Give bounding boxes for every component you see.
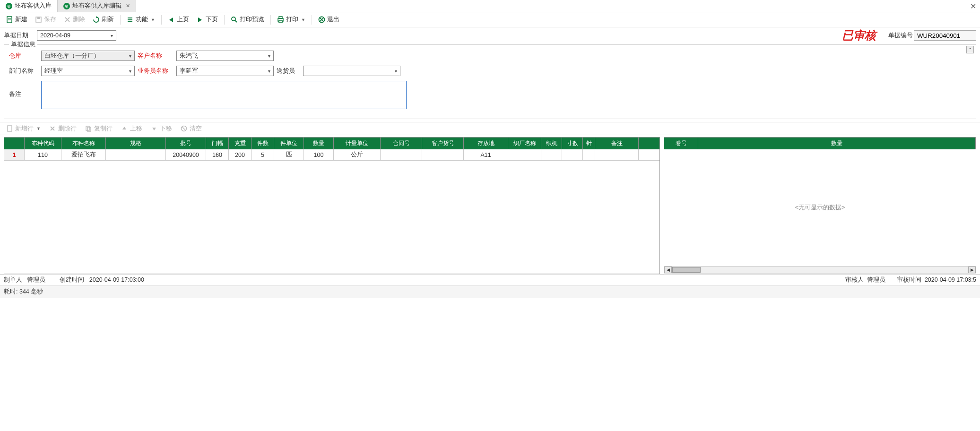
close-icon[interactable]: ✕ (126, 3, 130, 9)
triangle-left-icon (168, 16, 175, 23)
tab-bar: ⊕ 坯布客供入库 ⊕ 坯布客供入库编辑 ✕ ✕ (0, 0, 980, 12)
col-fabric-code[interactable]: 布种代码 (25, 138, 61, 149)
tab-list-view[interactable]: ⊕ 坯布客供入库 (0, 0, 58, 12)
create-time-label: 创建时间 (60, 276, 84, 283)
cell[interactable]: 110 (25, 149, 61, 160)
timing-text: 耗时: 344 毫秒 (0, 285, 980, 298)
cell[interactable]: 100 (304, 149, 334, 160)
warehouse-label: 仓库 (9, 52, 38, 60)
svg-marker-26 (122, 127, 126, 129)
creator-label: 制单人 (4, 276, 22, 283)
approved-stamp: 已审核 (842, 28, 876, 43)
col-roll-no[interactable]: 卷号 (664, 138, 698, 149)
save-icon (35, 16, 42, 23)
tab-edit-view[interactable]: ⊕ 坯布客供入库编辑 ✕ (58, 0, 136, 12)
svg-marker-27 (152, 128, 156, 130)
salesman-label: 业务员名称 (138, 67, 173, 75)
main-toolbar: 新建 保存 删除 刷新 功能 ▼ 上页 下页 打印预览 打印 ▼ 退出 (0, 12, 980, 27)
cell[interactable] (541, 149, 562, 160)
cell[interactable]: 匹 (274, 149, 304, 160)
customer-select[interactable]: 朱鸿飞 ▾ (176, 51, 274, 61)
refresh-button[interactable]: 刷新 (89, 14, 117, 25)
prev-page-button[interactable]: 上页 (165, 14, 192, 25)
collapse-button[interactable]: ⌃ (966, 46, 974, 53)
cell[interactable]: 200 (229, 149, 252, 160)
move-up-button: 上移 (118, 123, 146, 134)
cell[interactable]: 爱招飞布 (61, 149, 106, 160)
col-spec[interactable]: 规格 (106, 138, 166, 149)
cell[interactable] (508, 149, 541, 160)
exit-button[interactable]: 退出 (315, 14, 343, 25)
svg-point-13 (232, 17, 235, 21)
copy-icon (85, 125, 92, 132)
next-page-button[interactable]: 下页 (193, 14, 221, 25)
cell[interactable]: 公斤 (334, 149, 381, 160)
col-customer-item[interactable]: 客户货号 (422, 138, 464, 149)
col-unit[interactable]: 计量单位 (334, 138, 381, 149)
col-weight[interactable]: 克重 (229, 138, 252, 149)
grid-header: 卷号 数量 (664, 138, 976, 149)
print-preview-button[interactable]: 打印预览 (227, 14, 268, 25)
grid-body[interactable]: 1 110 爱招飞布 20040900 160 200 5 匹 100 公斤 A… (4, 149, 659, 274)
row-number: 1 (4, 149, 25, 160)
scroll-right-icon[interactable]: ▶ (968, 267, 976, 273)
side-grid[interactable]: 卷号 数量 <无可显示的数据> ◀ ▶ (664, 137, 976, 274)
col-fabric-name[interactable]: 布种名称 (61, 138, 106, 149)
cell[interactable] (381, 149, 422, 160)
cell[interactable] (595, 149, 639, 160)
chevron-down-icon: ▾ (129, 69, 131, 74)
main-grid[interactable]: 布种代码 布种名称 规格 批号 门幅 克重 件数 件单位 数量 计量单位 合同号… (4, 137, 660, 274)
cell[interactable] (106, 149, 166, 160)
doc-no-input[interactable] (914, 30, 976, 41)
col-rownum (4, 138, 25, 149)
new-icon (6, 16, 13, 23)
close-all-icon[interactable]: ✕ (970, 2, 976, 11)
col-width[interactable]: 门幅 (206, 138, 229, 149)
deliverer-select[interactable]: ▾ (303, 66, 400, 76)
warehouse-select[interactable]: 白坯仓库（一分厂） ▾ (41, 51, 135, 61)
scroll-left-icon[interactable]: ◀ (664, 267, 672, 273)
doc-no-label: 单据编号 (888, 32, 913, 40)
scroll-thumb[interactable] (672, 267, 701, 273)
chevron-down-icon: ▾ (129, 53, 131, 59)
col-needle[interactable]: 针 (583, 138, 595, 149)
dept-select[interactable]: 经理室 ▾ (41, 66, 135, 76)
auditor-value: 管理员 (867, 276, 885, 283)
col-piece-unit[interactable]: 件单位 (274, 138, 304, 149)
remark-textarea[interactable] (41, 81, 407, 109)
delete-icon (49, 125, 56, 132)
col-qty[interactable]: 数量 (304, 138, 334, 149)
status-bar: 制单人 管理员 创建时间 2020-04-09 17:03:00 审核人 管理员… (0, 274, 980, 285)
cell[interactable]: 20040900 (166, 149, 206, 160)
col-factory[interactable]: 织厂名称 (508, 138, 541, 149)
col-qty[interactable]: 数量 (698, 138, 976, 149)
print-button[interactable]: 打印 ▼ (274, 14, 309, 25)
table-row[interactable]: 1 110 爱招飞布 20040900 160 200 5 匹 100 公斤 A… (4, 149, 659, 161)
chevron-down-icon: ▼ (36, 126, 41, 131)
cell[interactable] (562, 149, 583, 160)
col-remark[interactable]: 备注 (595, 138, 639, 149)
search-icon (231, 16, 238, 23)
save-button: 保存 (32, 14, 60, 25)
svg-marker-12 (198, 17, 202, 22)
cell[interactable]: 5 (252, 149, 274, 160)
delete-icon (64, 16, 71, 23)
col-contract[interactable]: 合同号 (381, 138, 422, 149)
cell[interactable]: 160 (206, 149, 229, 160)
col-location[interactable]: 存放地 (464, 138, 508, 149)
salesman-select[interactable]: 李延军 ▾ (176, 66, 274, 76)
col-loom[interactable]: 织机 (541, 138, 562, 149)
cell[interactable] (583, 149, 595, 160)
chevron-down-icon: ▾ (395, 69, 397, 74)
col-batch[interactable]: 批号 (166, 138, 206, 149)
cell[interactable]: A11 (464, 149, 508, 160)
cell[interactable] (422, 149, 464, 160)
functions-button[interactable]: 功能 ▼ (123, 14, 158, 25)
new-button[interactable]: 新建 (3, 14, 31, 25)
col-inch[interactable]: 寸数 (562, 138, 583, 149)
exit-icon (318, 16, 325, 23)
globe-icon: ⊕ (63, 3, 70, 9)
horizontal-scrollbar[interactable]: ◀ ▶ (664, 266, 976, 274)
col-pieces[interactable]: 件数 (252, 138, 274, 149)
date-picker[interactable]: 2020-04-09 ▾ (37, 30, 116, 41)
